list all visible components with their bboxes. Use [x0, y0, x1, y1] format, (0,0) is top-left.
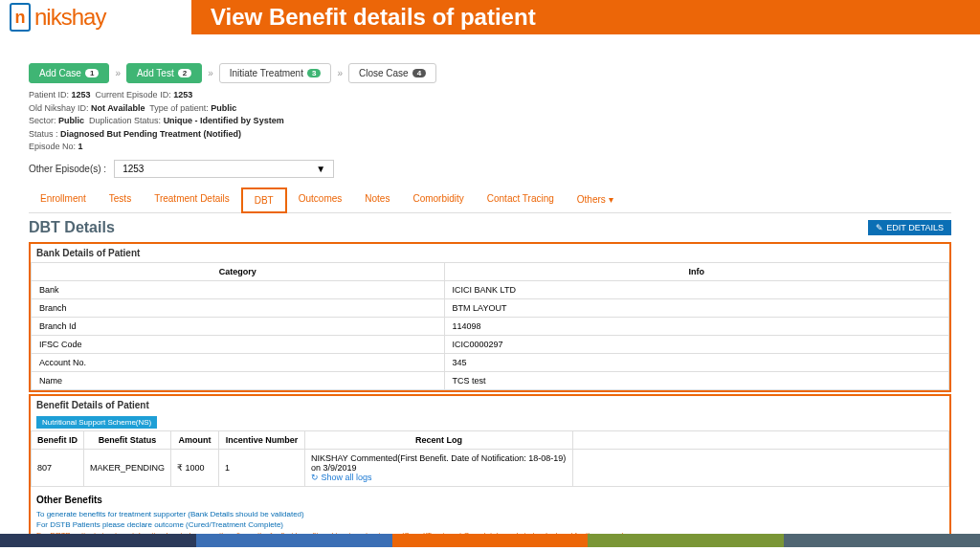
show-all-logs-link[interactable]: ↻ Show all logs	[311, 473, 372, 482]
other-note: For DSTB Patients please declare outcome…	[31, 519, 949, 530]
nutritional-support-badge: Nutritional Support Scheme(NS)	[36, 416, 157, 429]
page-title: View Benefit details of patient	[191, 0, 980, 34]
chevron-icon: »	[115, 68, 121, 78]
edit-details-button[interactable]: ✎EDIT DETAILS	[868, 220, 951, 235]
logo: n nikshay	[0, 3, 191, 32]
dropdown-icon: ▼	[316, 164, 325, 174]
footer-stripe	[0, 534, 980, 547]
tab-enrollment[interactable]: Enrollment	[29, 187, 98, 212]
pencil-icon: ✎	[876, 223, 883, 232]
table-row: BranchBTM LAYOUT	[32, 298, 949, 317]
table-row: IFSC CodeICIC0000297	[32, 335, 949, 353]
table-row: Account No.345	[32, 353, 949, 371]
table-row: NameTCS test	[32, 371, 949, 389]
chevron-icon: »	[337, 68, 343, 78]
bank-details-panel: Bank Details of Patient CategoryInfo Ban…	[29, 242, 951, 392]
bank-table: CategoryInfo BankICICI BANK LTD BranchBT…	[31, 262, 949, 390]
tab-outcomes[interactable]: Outcomes	[287, 187, 354, 212]
tab-notes[interactable]: Notes	[353, 187, 401, 212]
add-case-button[interactable]: Add Case1	[29, 63, 109, 83]
benefit-details-panel: Benefit Details of Patient Nutritional S…	[29, 394, 951, 542]
tab-dbt[interactable]: DBT	[241, 187, 287, 213]
caret-down-icon: ▾	[609, 194, 613, 205]
close-case-button[interactable]: Close Case4	[348, 63, 436, 83]
other-episode-label: Other Episode(s) :	[29, 164, 106, 174]
other-note: To generate benefits for treatment suppo…	[31, 509, 949, 519]
tab-others[interactable]: Others▾	[566, 187, 625, 212]
initiate-treatment-button[interactable]: Initiate Treatment3	[219, 63, 332, 83]
dbt-details-heading: DBT Details	[29, 219, 115, 236]
chevron-icon: »	[208, 68, 213, 78]
table-row: BankICICI BANK LTD	[32, 280, 949, 298]
benefit-section-heading: Benefit Details of Patient	[31, 396, 949, 414]
tab-tests[interactable]: Tests	[98, 187, 143, 212]
tab-contact-tracing[interactable]: Contact Tracing	[476, 187, 566, 212]
table-row: 807 MAKER_PENDING ₹ 1000 1 NIKSHAY Comme…	[32, 449, 949, 486]
other-episode-select[interactable]: 1253▼	[114, 160, 334, 178]
add-test-button[interactable]: Add Test2	[126, 63, 202, 83]
patient-info: Patient ID: 1253 Current Episode ID: 125…	[29, 89, 951, 154]
other-benefits-heading: Other Benefits	[31, 491, 949, 509]
benefit-table: Benefit ID Benefit Status Amount Incenti…	[31, 430, 949, 487]
tab-comorbidity[interactable]: Comorbidity	[401, 187, 475, 212]
table-row: Branch Id114098	[32, 317, 949, 335]
tab-treatment-details[interactable]: Treatment Details	[143, 187, 241, 212]
tabs: Enrollment Tests Treatment Details DBT O…	[29, 187, 951, 213]
bank-section-heading: Bank Details of Patient	[31, 244, 949, 262]
